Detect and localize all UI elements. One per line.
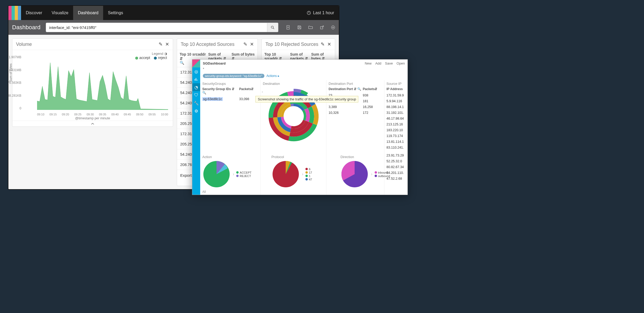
- col-title: Destination Port: [329, 82, 382, 86]
- timelion-icon[interactable]: 🛡: [192, 91, 200, 99]
- col-title: Destination: [263, 82, 324, 86]
- table-row[interactable]: 183.220.10: [386, 127, 405, 133]
- dashboard-icon[interactable]: ◔: [192, 83, 200, 91]
- menu-open[interactable]: Open: [396, 61, 405, 65]
- toolbar: [286, 25, 335, 30]
- legend-toggle-icon[interactable]: ◑: [164, 52, 167, 56]
- table-row[interactable]: 172.31.59.9: [386, 92, 405, 98]
- y-axis: 1.907MB 1.431MB 976.563KB 488.281KB 0: [8, 55, 21, 110]
- table-row[interactable]: 88.198.14.1: [386, 104, 405, 110]
- filter-icon[interactable]: 🔍: [202, 91, 206, 95]
- table-row[interactable]: 119.73.174: [386, 133, 405, 139]
- open-folder-icon[interactable]: [308, 25, 313, 30]
- col-title: SecurityGroups: [202, 82, 258, 86]
- panel-title: Top 10 Accepted Sources: [181, 42, 234, 47]
- kibana-logo: [8, 6, 21, 20]
- search-button[interactable]: [267, 23, 278, 32]
- management-icon[interactable]: ⚙: [192, 107, 200, 115]
- discover-icon[interactable]: ◎: [192, 67, 200, 75]
- sg-query[interactable]: *: [200, 67, 407, 73]
- chevron-right-icon[interactable]: ›: [233, 172, 234, 177]
- new-dashboard-icon[interactable]: [286, 25, 290, 30]
- sort-icon[interactable]: ⇵: [375, 87, 377, 91]
- pie-chart[interactable]: [271, 160, 300, 188]
- pie-row: Action › ACCEPT REJECT All Protocol: [200, 154, 407, 192]
- filter-icon[interactable]: 🔍: [180, 61, 184, 65]
- sort-icon[interactable]: ⇵: [232, 87, 234, 91]
- nav-discover[interactable]: Discover: [21, 6, 47, 20]
- actions-link[interactable]: Actions ▸: [266, 74, 279, 78]
- search-icon: [271, 26, 275, 30]
- left-col: Volume ✎ ✕ Legend ◑ accept reject Sum of…: [12, 38, 173, 186]
- search-input[interactable]: [46, 23, 267, 32]
- x-axis-label: @timestamp per minute: [75, 116, 110, 120]
- close-icon[interactable]: ✕: [165, 41, 169, 47]
- sg-sidebar: ◎ ◔ 🛡 🔧 ⚙: [192, 60, 200, 195]
- nav-dashboard[interactable]: Dashboard: [73, 6, 103, 20]
- search-wrap: [46, 23, 278, 32]
- table-row[interactable]: 46.17.98.64: [386, 116, 405, 121]
- sg-header: SGDashboard New Add Save Open: [200, 60, 407, 67]
- share-icon[interactable]: [320, 25, 324, 30]
- close-icon[interactable]: ✕: [327, 41, 331, 47]
- nav-settings[interactable]: Settings: [103, 6, 128, 20]
- table-row[interactable]: 13.81.114.1: [386, 139, 405, 145]
- sg-title: SGDashboard: [203, 61, 226, 65]
- col-title: Source IP: [386, 82, 405, 86]
- volume-chart: Legend ◑ accept reject Sum of bytes 1.90…: [12, 50, 173, 121]
- panel-title: Volume: [16, 42, 32, 47]
- svg-point-1: [271, 26, 273, 28]
- filter-icon[interactable]: 🔍: [357, 87, 361, 91]
- edit-icon[interactable]: ✎: [243, 41, 247, 47]
- legend-label: Legend: [152, 52, 163, 56]
- all-label: All: [202, 190, 267, 194]
- chevron-right-icon[interactable]: ›: [371, 172, 372, 177]
- table-row[interactable]: 5.9.94.116: [386, 98, 405, 104]
- area-chart-svg: [37, 60, 168, 110]
- pie-chart[interactable]: [202, 160, 231, 188]
- nav-visualize[interactable]: Visualize: [47, 6, 73, 20]
- panel-volume: Volume ✎ ✕ Legend ◑ accept reject Sum of…: [12, 38, 173, 127]
- edit-icon[interactable]: ✎: [159, 41, 163, 47]
- close-icon[interactable]: ✕: [250, 41, 254, 47]
- visualize-icon[interactable]: [192, 75, 200, 83]
- filter-pill[interactable]: security-group-ids.keyword: "sg-63ed8c1c…: [203, 74, 264, 78]
- menu-add[interactable]: Add: [375, 61, 381, 65]
- table-row[interactable]: 213.125.16: [386, 121, 405, 127]
- edit-icon[interactable]: ✎: [321, 41, 325, 47]
- sg-filter-row: security-group-ids.keyword: "sg-63ed8c1c…: [200, 73, 407, 79]
- chevron-up-icon: [91, 123, 94, 125]
- time-picker[interactable]: Last 1 hour: [302, 11, 339, 15]
- table-row[interactable]: 10,326172: [329, 110, 382, 116]
- pie-action: Action › ACCEPT REJECT All: [200, 154, 269, 192]
- table-row[interactable]: 3,38916,258: [329, 104, 382, 110]
- save-icon[interactable]: [297, 25, 301, 30]
- svg-point-5: [284, 106, 304, 126]
- clock-icon: [307, 11, 311, 15]
- devtools-icon[interactable]: 🔧: [192, 99, 200, 107]
- table-row[interactable]: sg-63ed8c1c33,098: [202, 96, 258, 102]
- page-title: Dashboard: [12, 24, 41, 31]
- dashboard-subbar: Dashboard: [8, 20, 339, 35]
- sort-icon[interactable]: ⇵: [354, 87, 356, 91]
- table-row[interactable]: 83.110.241.: [386, 145, 405, 150]
- sort-icon[interactable]: ⇵: [251, 87, 254, 95]
- time-label: Last 1 hour: [313, 11, 334, 15]
- legend-reject[interactable]: reject: [158, 56, 167, 60]
- table-row[interactable]: [386, 150, 405, 153]
- pie-protocol: Protocol › 6 17 1 47: [269, 154, 339, 192]
- x-axis: 09:1009:1509:2009:2509:3009:3509:4009:45…: [37, 113, 168, 116]
- collapse-toggle[interactable]: [12, 121, 173, 126]
- chevron-right-icon[interactable]: ›: [302, 172, 303, 177]
- pie-chart[interactable]: [340, 160, 369, 188]
- menu-save[interactable]: Save: [385, 61, 393, 65]
- pie-direction: Direction › inbound outbound: [338, 154, 407, 192]
- table-row[interactable]: 31.192.101.: [386, 110, 405, 116]
- sg-dashboard-window: ◎ ◔ 🛡 🔧 ⚙ SGDashboard New Add Save Open …: [192, 59, 408, 195]
- sort-icon[interactable]: ⇵: [180, 56, 183, 61]
- legend-accept[interactable]: accept: [139, 56, 150, 60]
- panel-title: Top 10 Rejected Sources: [265, 42, 318, 47]
- kibana-logo-small[interactable]: [192, 60, 200, 67]
- menu-new[interactable]: New: [365, 61, 371, 65]
- add-panel-icon[interactable]: [331, 25, 335, 30]
